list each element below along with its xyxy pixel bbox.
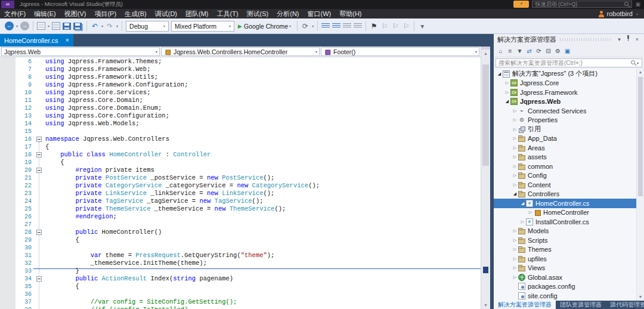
prev-bookmark-icon[interactable]: ⚐ xyxy=(380,21,389,31)
tree-item[interactable]: ▷Models xyxy=(494,227,636,236)
menu-item[interactable]: 生成(B) xyxy=(120,9,151,18)
tree-item[interactable]: ▷App_Data xyxy=(494,134,636,144)
navigate-forward-icon[interactable]: → xyxy=(20,21,29,30)
code-line[interactable]: 14using Jqpress.Web.Models; xyxy=(0,120,481,128)
account-area[interactable]: robotbird ▾ xyxy=(598,9,639,18)
tree-expander-icon[interactable]: ▷ xyxy=(504,90,510,95)
close-icon[interactable]: × xyxy=(65,37,69,44)
scroll-up-arrow-icon[interactable]: ▲ xyxy=(637,69,644,76)
tree-item[interactable]: ▷Config xyxy=(494,171,636,181)
chevron-down-icon[interactable]: ▾ xyxy=(615,35,624,44)
menu-item[interactable]: 工具(T) xyxy=(213,9,243,18)
switch-views-icon[interactable]: ≡ xyxy=(506,48,514,54)
code-line[interactable]: 6using Jqpress.Framework.Themes; xyxy=(0,58,481,66)
chevron-down-icon[interactable]: ▾ xyxy=(163,24,165,28)
navigate-back-icon[interactable]: ← xyxy=(5,21,14,30)
tree-expander-icon[interactable]: ▷ xyxy=(512,118,518,122)
sync-with-active-document-icon[interactable]: ⇄ xyxy=(525,48,533,54)
document-tab[interactable]: HomeController.cs × xyxy=(0,34,73,47)
code-editor[interactable]: 6using Jqpress.Framework.Themes;7using J… xyxy=(0,57,481,309)
tree-item[interactable]: packages.config xyxy=(494,282,636,292)
code-line[interactable]: 38 //if (!config.IsInstalled) xyxy=(0,306,481,309)
fold-toggle-icon[interactable] xyxy=(36,152,42,157)
tree-item[interactable]: ◢Controllers xyxy=(494,190,636,199)
code-line[interactable]: 34 public ActionResult Index(string page… xyxy=(0,275,481,283)
member-combo[interactable]: Footer() ▾ xyxy=(321,47,479,56)
tree-expander-icon[interactable]: ▷ xyxy=(512,238,518,243)
code-line[interactable]: 19 { xyxy=(0,159,481,166)
tree-expander-icon[interactable]: ◢ xyxy=(519,201,526,206)
decrease-indent-icon[interactable] xyxy=(354,23,362,29)
tree-expander-icon[interactable]: ▷ xyxy=(512,257,518,261)
chevron-down-icon[interactable]: ▾ xyxy=(636,12,638,16)
tree-item[interactable]: ▷Jqpress.Core xyxy=(494,79,636,88)
collapse-all-icon[interactable]: ⊟ xyxy=(544,48,552,54)
tool-window-tab[interactable]: 团队资源管理器 xyxy=(556,301,606,309)
fold-toggle-icon[interactable] xyxy=(36,137,42,142)
menu-item[interactable]: 调试(D) xyxy=(151,9,181,18)
menu-item[interactable]: 帮助(H) xyxy=(335,9,366,18)
code-line[interactable]: 18 public class HomeController : Control… xyxy=(0,151,481,159)
chevron-down-icon[interactable]: ▾ xyxy=(116,24,118,28)
fold-toggle-icon[interactable] xyxy=(36,168,42,173)
code-line[interactable]: 30 xyxy=(0,244,481,252)
tree-item[interactable]: ▷引用 xyxy=(494,125,636,134)
code-line[interactable]: 26 #endregion; xyxy=(0,213,481,221)
code-line[interactable]: 29 { xyxy=(0,236,481,244)
uncomment-icon[interactable] xyxy=(332,23,340,29)
code-line[interactable]: 28 public HomeController() xyxy=(0,228,481,236)
code-line[interactable]: 21 private PostService _postService = ne… xyxy=(0,174,481,182)
tool-window-tab[interactable]: 解决方案资源管理器 xyxy=(494,301,556,309)
tree-item[interactable]: ▷upfiles xyxy=(494,254,636,264)
solution-platforms-combo[interactable]: Mixed Platform▾ xyxy=(171,21,234,32)
tree-expander-icon[interactable]: ▷ xyxy=(512,275,518,280)
tree-item[interactable]: ▷Jqpress.Framework xyxy=(494,88,636,97)
menu-item[interactable]: 测试(S) xyxy=(243,9,273,18)
refresh-icon[interactable]: ⟳ xyxy=(535,48,543,54)
tree-scrollbar[interactable]: ▲ ▼ xyxy=(636,69,644,301)
menu-item[interactable]: 团队(M) xyxy=(181,9,213,18)
code-line[interactable]: 31 var theme = PressRequest.GetQueryStri… xyxy=(0,252,481,259)
tree-item[interactable]: ▷Global.asax xyxy=(494,273,636,282)
tree-item[interactable]: ◢HomeController.cs xyxy=(494,199,636,208)
home-icon[interactable]: ⌂ xyxy=(497,48,504,54)
code-line[interactable]: 16namespace Jqpress.Web.Controllers xyxy=(0,135,481,143)
preview-selected-items-icon[interactable]: ▣ xyxy=(564,48,571,54)
code-line[interactable]: 20 #region private items xyxy=(0,166,481,174)
code-line[interactable]: 27 xyxy=(0,221,481,228)
tree-expander-icon[interactable]: ▷ xyxy=(512,136,518,141)
chevron-down-icon[interactable]: ▾ xyxy=(156,50,157,54)
tree-item[interactable]: ◢解决方案"Jqpress" (3 个项目) xyxy=(494,69,636,79)
tool-window-tab[interactable]: 源代码管理资源管理器 xyxy=(606,301,644,309)
chevron-down-icon[interactable]: ▾ xyxy=(315,50,317,54)
feedback-icon[interactable]: ▣ xyxy=(635,1,640,7)
comment-icon[interactable] xyxy=(321,23,330,29)
chevron-down-icon[interactable]: ▾ xyxy=(637,61,639,65)
code-line[interactable]: 22 private CategoryService _categoryServ… xyxy=(0,182,481,190)
save-all-icon[interactable] xyxy=(73,23,82,30)
quick-launch-input[interactable] xyxy=(535,1,624,7)
code-line[interactable]: 35 { xyxy=(0,283,481,291)
quick-launch[interactable] xyxy=(532,1,632,8)
search-box[interactable]: ▾ xyxy=(496,58,642,67)
close-icon[interactable]: × xyxy=(633,35,642,44)
chevron-down-icon[interactable]: ▾ xyxy=(289,24,291,28)
chevron-down-icon[interactable]: ▾ xyxy=(48,24,49,28)
tree-item[interactable]: ▷Themes xyxy=(494,245,636,255)
tree-item[interactable]: ▷assets xyxy=(494,153,636,162)
chevron-down-icon[interactable]: ▾ xyxy=(101,24,103,28)
tree-expander-icon[interactable]: ◢ xyxy=(496,72,503,76)
code-line[interactable]: 7using Jqpress.Framework.Web; xyxy=(0,66,481,73)
tree-item[interactable]: ▷HomeController xyxy=(494,208,636,218)
toggle-bookmark-icon[interactable]: ⚑ xyxy=(370,21,378,31)
next-bookmark-icon[interactable]: ⚐ xyxy=(391,21,400,31)
solution-configurations-combo[interactable]: Debug▾ xyxy=(126,21,169,32)
tree-item[interactable]: ▷Properties xyxy=(494,116,636,125)
save-icon[interactable] xyxy=(63,23,71,30)
tree-expander-icon[interactable]: ▷ xyxy=(512,154,518,159)
tree-item[interactable]: ▷common xyxy=(494,162,636,171)
redo-icon[interactable]: ↷ xyxy=(106,21,114,31)
code-line[interactable]: 25 private ThemeService _themeService = … xyxy=(0,205,481,213)
refresh-icon[interactable]: ⟳ xyxy=(301,21,309,31)
code-line[interactable]: 37 //var config = SiteConfig.GetSetting(… xyxy=(0,298,481,306)
